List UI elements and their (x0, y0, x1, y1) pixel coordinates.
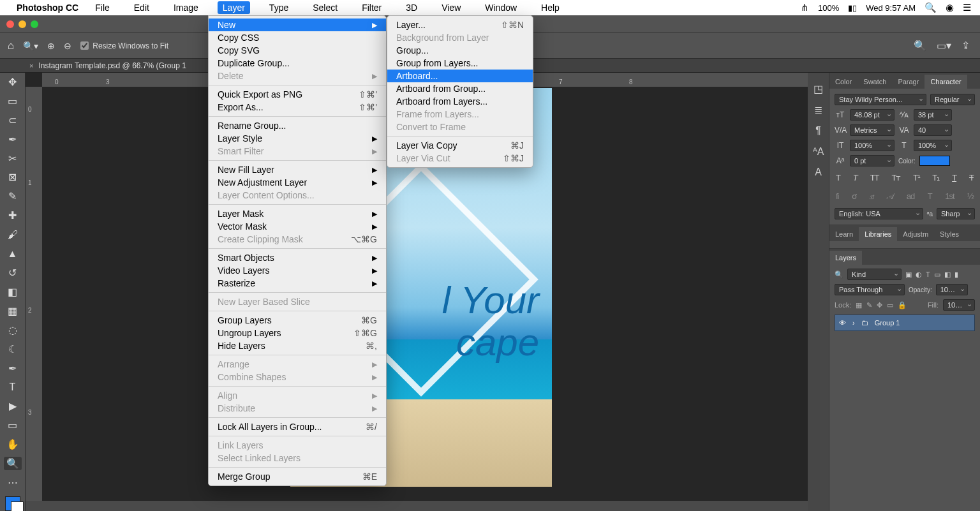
move-tool-icon[interactable]: ✥ (4, 75, 22, 89)
paragraph-panel-icon[interactable]: ¶ (815, 125, 821, 137)
frame-tool-icon[interactable]: ⊠ (4, 171, 22, 184)
shape-tool-icon[interactable]: ▭ (4, 418, 22, 432)
layer-menu-item-copy-css[interactable]: Copy CSS (209, 31, 386, 44)
visibility-toggle-icon[interactable]: 👁 (839, 319, 846, 327)
menu-filter[interactable]: Filter (357, 1, 387, 14)
menu-edit[interactable]: Edit (129, 1, 154, 14)
layer-menu-item-copy-svg[interactable]: Copy SVG (209, 44, 386, 57)
properties-panel-icon[interactable]: ≣ (814, 104, 822, 116)
tab-character[interactable]: Character (924, 75, 967, 89)
lock-pixels-icon[interactable]: ✎ (866, 301, 872, 309)
opacity-select[interactable]: 100% (936, 284, 968, 295)
stylistic-button[interactable]: 𝑠𝑡 (870, 191, 874, 202)
wifi-icon[interactable]: ⋔ (801, 2, 809, 13)
eraser-tool-icon[interactable]: ◧ (4, 285, 22, 299)
lock-position-icon[interactable]: ✥ (877, 301, 882, 309)
blur-tool-icon[interactable]: ◌ (4, 323, 22, 337)
italic-button[interactable]: T (853, 173, 858, 182)
filter-pixel-icon[interactable]: ▣ (905, 270, 912, 279)
superscript-button[interactable]: T¹ (913, 173, 919, 182)
minimize-window-button[interactable] (19, 20, 26, 28)
layer-menu-item-new-adjustment-layer[interactable]: New Adjustment Layer▶ (209, 176, 386, 189)
gradient-tool-icon[interactable]: ▦ (4, 304, 22, 318)
contextual-button[interactable]: ơ (852, 191, 856, 202)
menu-select[interactable]: Select (308, 1, 343, 14)
menu-window[interactable]: Window (480, 1, 522, 14)
eyedropper-tool-icon[interactable]: ✎ (4, 189, 22, 203)
vscale-select[interactable]: 100% (850, 140, 895, 151)
layer-menu-item-hide-layers[interactable]: Hide Layers⌘, (209, 339, 386, 352)
smallcaps-button[interactable]: Tᴛ (891, 173, 900, 182)
kind-filter-select[interactable]: Kind (847, 269, 902, 280)
glyphs-panel-icon[interactable]: ᴬA (813, 145, 824, 158)
strike-button[interactable]: T (969, 173, 974, 182)
tab-adjustments[interactable]: Adjustm (897, 227, 934, 241)
path-select-tool-icon[interactable]: ▶ (4, 399, 22, 413)
font-family-select[interactable]: Stay Wildy Person... (835, 94, 926, 105)
layer-row-group1[interactable]: 👁 › 🗀 Group 1 (835, 315, 975, 331)
marquee-tool-icon[interactable]: ▭ (4, 94, 22, 108)
new-submenu-item-group[interactable]: Group... (387, 44, 533, 57)
new-submenu-item-artboard-from-group[interactable]: Artboard from Group... (387, 82, 533, 95)
language-select[interactable]: English: USA (835, 208, 923, 219)
menu-view[interactable]: View (436, 1, 466, 14)
layer-menu-item-layer-mask[interactable]: Layer Mask▶ (209, 207, 386, 220)
close-tab-icon[interactable]: × (29, 62, 33, 70)
spotlight-icon[interactable]: 🔍 (924, 2, 937, 13)
titling-button[interactable]: T (928, 191, 932, 202)
zoom-in-icon[interactable]: ⊕ (47, 41, 55, 51)
resize-windows-input[interactable] (80, 41, 89, 50)
baseline-select[interactable]: 0 pt (850, 155, 895, 167)
foreground-background-swatch[interactable] (5, 496, 20, 511)
dodge-tool-icon[interactable]: ☾ (4, 343, 22, 356)
subscript-button[interactable]: T₁ (932, 173, 939, 182)
zoom-window-button[interactable] (31, 20, 38, 28)
hand-tool-icon[interactable]: ✋ (4, 438, 22, 451)
layer-menu-item-export-as[interactable]: Export As...⇧⌘' (209, 101, 386, 114)
allcaps-button[interactable]: TT (870, 173, 879, 182)
layer-menu-item-quick-export-as-png[interactable]: Quick Export as PNG⇧⌘' (209, 88, 386, 101)
new-submenu-item-layer-via-copy[interactable]: Layer Via Copy⌘J (387, 139, 533, 152)
tab-color[interactable]: Color (829, 75, 858, 89)
menu-type[interactable]: Type (264, 1, 293, 14)
kind-filter-icon[interactable]: 🔍 (835, 270, 843, 279)
new-submenu-item-artboard[interactable]: Artboard... (387, 70, 533, 82)
zoom-tool-icon[interactable]: 🔍▾ (23, 41, 38, 51)
ligature-button[interactable]: fi (836, 191, 839, 202)
workspace-layout-icon[interactable]: ▭▾ (937, 40, 951, 52)
history-brush-tool-icon[interactable]: ↺ (4, 266, 22, 279)
lock-transparency-icon[interactable]: ▦ (856, 301, 862, 309)
character-panel-icon[interactable]: A (815, 167, 822, 178)
share-icon[interactable]: ⇪ (961, 40, 970, 52)
layer-menu-item-rasterize[interactable]: Rasterize▶ (209, 277, 386, 290)
notification-center-icon[interactable]: ☰ (963, 2, 971, 13)
filter-shape-icon[interactable]: ▭ (934, 270, 940, 279)
ordinals-button[interactable]: ad (907, 191, 914, 202)
layer-menu-item-new[interactable]: New▶ (209, 19, 386, 31)
layer-menu-item-ungroup-layers[interactable]: Ungroup Layers⇧⌘G (209, 327, 386, 339)
tab-swatches[interactable]: Swatch (858, 75, 892, 89)
font-style-select[interactable]: Regular (930, 94, 975, 105)
layer-menu-item-duplicate-group[interactable]: Duplicate Group... (209, 57, 386, 70)
swash-button[interactable]: 𝒜 (887, 191, 893, 202)
menu-image[interactable]: Image (168, 1, 204, 14)
tab-styles[interactable]: Styles (934, 227, 965, 241)
layer-menu-item-new-fill-layer[interactable]: New Fill Layer▶ (209, 163, 386, 176)
zoom-tool-selected-icon[interactable]: 🔍 (4, 457, 22, 470)
search-icon[interactable]: 🔍 (914, 40, 926, 52)
menu-3d[interactable]: 3D (401, 1, 422, 14)
font-size-select[interactable]: 48.08 pt (850, 109, 895, 121)
menu-file[interactable]: File (90, 1, 115, 14)
layer-name[interactable]: Group 1 (875, 319, 900, 327)
menu-help[interactable]: Help (536, 1, 565, 14)
tab-libraries[interactable]: Libraries (859, 227, 897, 241)
filter-toggle-icon[interactable]: ▮ (954, 270, 958, 279)
layer-menu-item-lock-all-layers-in-group[interactable]: Lock All Layers in Group...⌘/ (209, 420, 386, 433)
new-submenu-item-group-from-layers[interactable]: Group from Layers... (387, 57, 533, 70)
crop-tool-icon[interactable]: ✂ (4, 152, 22, 165)
layer-menu-item-smart-objects[interactable]: Smart Objects▶ (209, 251, 386, 264)
blend-mode-select[interactable]: Pass Through (835, 284, 905, 295)
type-tool-icon[interactable]: T (4, 381, 22, 394)
lasso-tool-icon[interactable]: ⊂ (4, 114, 22, 127)
new-submenu-item-layer[interactable]: Layer...⇧⌘N (387, 19, 533, 31)
